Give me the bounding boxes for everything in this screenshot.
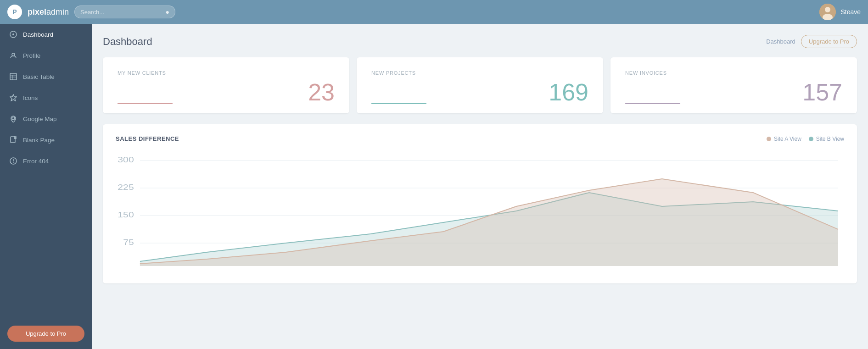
sidebar: Dashboard Profile Basic Table Icons Goog — [0, 24, 92, 349]
breadcrumb: Dashboard — [766, 38, 795, 45]
svg-text:75: 75 — [123, 238, 134, 246]
stat-card-new-invoices: NEW INVOICES 157 — [610, 57, 857, 113]
breadcrumb-area: Dashboard Upgrade to Pro — [766, 35, 857, 48]
upgrade-pro-button[interactable]: Upgrade to Pro — [801, 35, 857, 48]
sidebar-item-label: Dashboard — [23, 31, 53, 38]
svg-point-17 — [13, 162, 14, 163]
svg-point-11 — [12, 117, 15, 120]
stat-card-new-clients: MY NEW CLIENTS 23 — [103, 57, 349, 113]
navbar: P pixeladmin ● Steave — [0, 0, 868, 24]
user-name: Steave — [840, 8, 861, 16]
stat-value-row-invoices: 157 — [625, 80, 842, 104]
sidebar-item-profile[interactable]: Profile — [0, 45, 92, 66]
svg-text:225: 225 — [118, 183, 134, 191]
sidebar-item-label: Google Map — [23, 116, 57, 122]
navbar-right: Steave — [819, 4, 861, 20]
svg-marker-10 — [10, 94, 17, 101]
stats-row: MY NEW CLIENTS 23 NEW PROJECTS 169 — [103, 57, 857, 113]
svg-rect-6 — [10, 73, 17, 80]
sidebar-item-blank-page[interactable]: Blank Page — [0, 129, 92, 150]
legend-site-b: Site B View — [809, 136, 844, 142]
svg-point-5 — [12, 53, 15, 56]
stat-label-projects: NEW PROJECTS — [371, 70, 588, 76]
logo-text: pixeladmin — [28, 7, 69, 17]
stat-value-clients: 23 — [308, 80, 335, 104]
sidebar-item-dashboard[interactable]: Dashboard — [0, 24, 92, 45]
page-header: Dashboard Dashboard Upgrade to Pro — [103, 35, 857, 48]
navbar-left: P pixeladmin ● — [7, 5, 175, 19]
stat-value-projects: 169 — [549, 80, 588, 104]
map-icon — [9, 115, 17, 123]
stat-value-invoices: 157 — [802, 80, 842, 104]
sidebar-item-label: Blank Page — [23, 137, 55, 144]
search-input[interactable] — [80, 9, 162, 16]
chart-title: SALES DIFFERENCE — [116, 135, 179, 142]
sidebar-item-label: Error 404 — [23, 158, 49, 165]
search-box[interactable]: ● — [74, 6, 175, 18]
stat-card-new-projects: NEW PROJECTS 169 — [357, 57, 603, 113]
stat-value-row-clients: 23 — [118, 80, 335, 104]
svg-text:300: 300 — [118, 155, 134, 164]
sidebar-upgrade-button[interactable]: Upgrade to Pro — [7, 326, 84, 342]
chart-section: SALES DIFFERENCE Site A View Site B View — [103, 124, 857, 283]
sidebar-item-error-404[interactable]: Error 404 — [0, 150, 92, 172]
search-icon: ● — [166, 8, 169, 16]
sidebar-item-label: Basic Table — [23, 73, 55, 80]
svg-text:150: 150 — [118, 211, 134, 219]
stat-label-clients: MY NEW CLIENTS — [118, 70, 335, 76]
profile-icon — [9, 51, 17, 60]
icons-icon — [9, 94, 17, 102]
chart-svg: 300 225 150 75 — [116, 151, 844, 271]
stat-underline-projects — [371, 103, 426, 104]
sidebar-item-label: Icons — [23, 94, 38, 101]
legend-dot-site-a — [767, 137, 771, 141]
chart-header: SALES DIFFERENCE Site A View Site B View — [116, 135, 844, 142]
table-icon — [9, 72, 17, 81]
chart-legend: Site A View Site B View — [767, 136, 844, 142]
legend-label-site-b: Site B View — [816, 136, 844, 142]
main-layout: Dashboard Profile Basic Table Icons Goog — [0, 24, 868, 349]
dashboard-icon — [9, 30, 17, 39]
svg-point-1 — [825, 7, 830, 12]
sidebar-item-google-map[interactable]: Google Map — [0, 108, 92, 129]
logo-icon: P — [7, 5, 22, 19]
content-area: Dashboard Dashboard Upgrade to Pro MY NE… — [92, 24, 868, 349]
stat-label-invoices: NEW INVOICES — [625, 70, 842, 76]
sidebar-item-icons[interactable]: Icons — [0, 87, 92, 108]
legend-dot-site-b — [809, 137, 813, 141]
page-title: Dashboard — [103, 36, 152, 48]
stat-underline-clients — [118, 103, 173, 104]
error-icon — [9, 157, 17, 165]
avatar — [819, 4, 836, 20]
sidebar-item-basic-table[interactable]: Basic Table — [0, 66, 92, 87]
sidebar-item-label: Profile — [23, 52, 40, 59]
stat-value-row-projects: 169 — [371, 80, 588, 104]
svg-point-4 — [12, 33, 14, 35]
sidebar-spacer — [0, 172, 92, 326]
legend-label-site-a: Site A View — [774, 136, 801, 142]
stat-underline-invoices — [625, 103, 680, 104]
legend-site-a: Site A View — [767, 136, 801, 142]
blank-icon — [9, 136, 17, 144]
chart-container: 300 225 150 75 — [116, 151, 844, 272]
